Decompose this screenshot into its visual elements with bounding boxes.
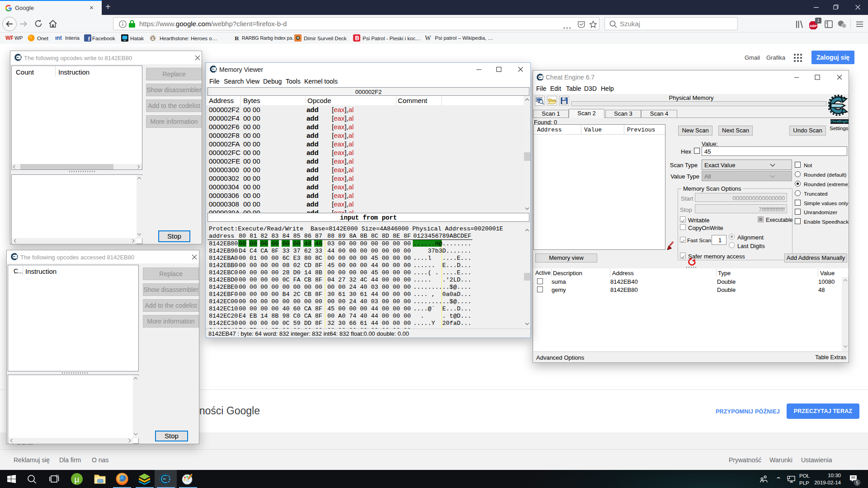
svg-text:WP: WP bbox=[5, 35, 13, 41]
svg-text:R: R bbox=[235, 35, 239, 42]
svg-text:f: f bbox=[88, 35, 90, 42]
svg-text:W: W bbox=[425, 35, 431, 42]
svg-text:ınt: ınt bbox=[55, 35, 62, 41]
svg-text:µ: µ bbox=[75, 474, 80, 484]
svg-text:ABP: ABP bbox=[810, 24, 817, 28]
